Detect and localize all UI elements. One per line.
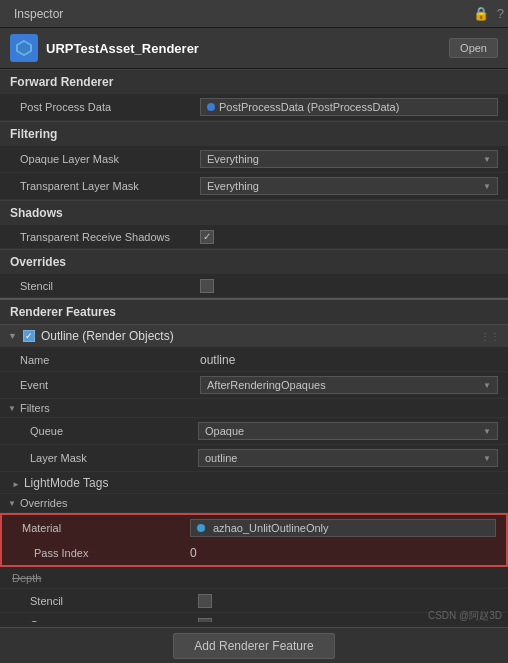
transparent-layer-mask-text: Everything [207, 180, 259, 192]
stencil-label: Stencil [20, 280, 200, 292]
queue-text: Opaque [205, 425, 244, 437]
outline-event-row: Event AfterRenderingOpaques [0, 372, 508, 399]
transparent-receive-shadows-value [200, 230, 498, 244]
opaque-layer-mask-row: Opaque Layer Mask Everything [0, 146, 508, 173]
drag-handle: ⋮⋮ [480, 331, 500, 342]
watermark: CSDN @阿赵3D [428, 609, 502, 623]
asset-icon [10, 34, 38, 62]
outline-title: Outline (Render Objects) [41, 329, 174, 343]
queue-value[interactable]: Opaque [198, 422, 498, 440]
bottom-bar: Add Renderer Feature [0, 627, 508, 663]
lightmode-arrow [12, 476, 24, 490]
transparent-layer-mask-dropdown[interactable]: Everything [200, 177, 498, 195]
svg-marker-1 [20, 45, 28, 53]
layer-mask-dropdown[interactable]: outline [198, 449, 498, 467]
render-overrides-label: Overrides [20, 497, 68, 509]
header-icons: 🔒 ? [473, 6, 504, 21]
post-process-data-value[interactable]: PostProcessData (PostProcessData) [200, 98, 498, 116]
render-stencil-label: Stencil [30, 595, 198, 607]
inspector-tab[interactable]: Inspector [4, 3, 73, 25]
material-value[interactable]: azhao_UnlitOutlineOnly [190, 519, 496, 537]
main-content: Forward Renderer Post Process Data PostP… [0, 69, 508, 622]
outline-name-text: outline [200, 353, 235, 367]
post-process-data-field[interactable]: PostProcessData (PostProcessData) [200, 98, 498, 116]
outline-event-text: AfterRenderingOpaques [207, 379, 326, 391]
lightmode-label: LightMode Tags [24, 476, 109, 490]
outline-event-value[interactable]: AfterRenderingOpaques [200, 376, 498, 394]
outline-name-value: outline [200, 353, 498, 367]
transparent-layer-mask-row: Transparent Layer Mask Everything [0, 173, 508, 200]
opaque-layer-mask-dropdown[interactable]: Everything [200, 150, 498, 168]
post-process-data-row: Post Process Data PostProcessData (PostP… [0, 94, 508, 121]
outline-header: Outline (Render Objects) ⋮⋮ [0, 324, 508, 348]
inspector-tab-label: Inspector [14, 7, 63, 21]
post-process-dot [207, 103, 215, 111]
outline-event-dropdown[interactable]: AfterRenderingOpaques [200, 376, 498, 394]
material-text: azhao_UnlitOutlineOnly [213, 522, 329, 534]
shadows-header: Shadows [0, 200, 508, 225]
filters-label: Filters [20, 402, 50, 414]
open-button[interactable]: Open [449, 38, 498, 58]
outline-name-row: Name outline [0, 348, 508, 372]
pass-index-row: Pass Index 0 [2, 541, 506, 565]
pass-index-label: Pass Index [22, 547, 190, 559]
opaque-layer-mask-text: Everything [207, 153, 259, 165]
outline-enabled-checkbox[interactable] [23, 330, 35, 342]
transparent-receive-shadows-label: Transparent Receive Shadows [20, 231, 200, 243]
layer-mask-value[interactable]: outline [198, 449, 498, 467]
asset-name: URPTestAsset_Renderer [46, 41, 199, 56]
material-label: Material [22, 522, 190, 534]
lock-icon[interactable]: 🔒 [473, 6, 489, 21]
layer-mask-label: Layer Mask [30, 452, 198, 464]
help-icon[interactable]: ? [497, 6, 504, 21]
outline-name-label: Name [20, 354, 200, 366]
transparent-layer-mask-value[interactable]: Everything [200, 177, 498, 195]
renderer-features-header: Renderer Features [0, 298, 508, 324]
transparent-receive-checkbox[interactable] [200, 230, 214, 244]
forward-renderer-header: Forward Renderer [0, 69, 508, 94]
transparent-layer-mask-label: Transparent Layer Mask [20, 180, 200, 192]
material-field[interactable]: azhao_UnlitOutlineOnly [190, 519, 496, 537]
queue-dropdown[interactable]: Opaque [198, 422, 498, 440]
overrides-header: Overrides [0, 249, 508, 274]
layer-mask-row: Layer Mask outline [0, 445, 508, 472]
post-process-text: PostProcessData (PostProcessData) [219, 101, 399, 113]
depth-label: Depth [12, 572, 41, 584]
layer-mask-text: outline [205, 452, 237, 464]
stencil-checkbox-area [200, 279, 214, 293]
filtering-header: Filtering [0, 121, 508, 146]
render-overrides-subheader[interactable]: Overrides [0, 494, 508, 513]
material-row: Material azhao_UnlitOutlineOnly [2, 515, 506, 541]
outline-event-label: Event [20, 379, 200, 391]
render-stencil-checkbox[interactable] [198, 594, 212, 608]
stencil-row: Stencil [0, 274, 508, 298]
stencil-checkbox[interactable] [200, 279, 214, 293]
material-dot [197, 524, 205, 532]
stencil-value [200, 279, 498, 293]
tab-bar: Inspector 🔒 ? [0, 0, 508, 28]
queue-row: Queue Opaque [0, 418, 508, 445]
add-renderer-feature-button[interactable]: Add Renderer Feature [173, 633, 334, 659]
pass-index-text: 0 [190, 546, 197, 560]
depth-row: Depth [0, 567, 508, 589]
camera-label: Camera [30, 619, 198, 623]
filters-subheader[interactable]: Filters [0, 399, 508, 418]
lightmode-row[interactable]: LightMode Tags [0, 472, 508, 494]
transparent-receive-checkbox-area [200, 230, 214, 244]
post-process-data-label: Post Process Data [20, 101, 200, 113]
title-bar-left: URPTestAsset_Renderer [10, 34, 199, 62]
transparent-receive-shadows-row: Transparent Receive Shadows [0, 225, 508, 249]
title-bar: URPTestAsset_Renderer Open [0, 28, 508, 69]
camera-checkbox[interactable] [198, 618, 212, 623]
pass-index-value: 0 [190, 546, 496, 560]
opaque-layer-mask-value[interactable]: Everything [200, 150, 498, 168]
opaque-layer-mask-label: Opaque Layer Mask [20, 153, 200, 165]
render-stencil-value [198, 594, 498, 608]
queue-label: Queue [30, 425, 198, 437]
